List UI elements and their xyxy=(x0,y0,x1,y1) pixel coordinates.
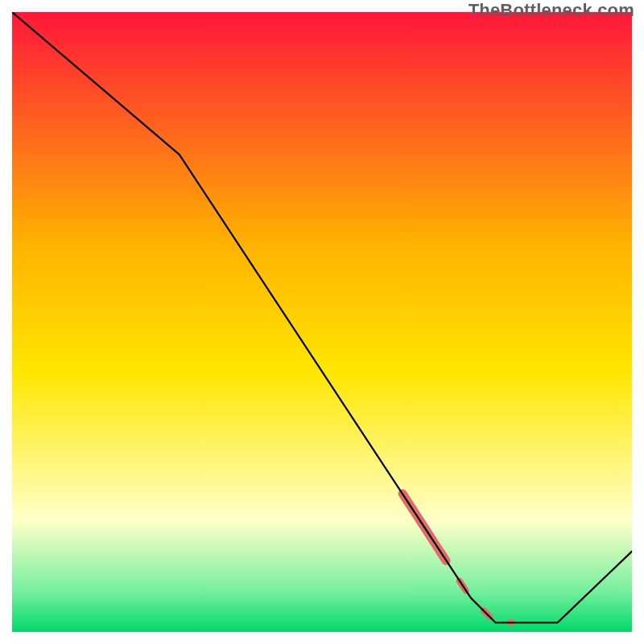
plot-area xyxy=(12,12,632,632)
watermark-label: TheBottleneck.com xyxy=(469,0,634,21)
gradient-background xyxy=(12,12,632,632)
plot-svg xyxy=(12,12,632,632)
chart-frame: { "watermark": "TheBottleneck.com", "col… xyxy=(0,0,644,644)
